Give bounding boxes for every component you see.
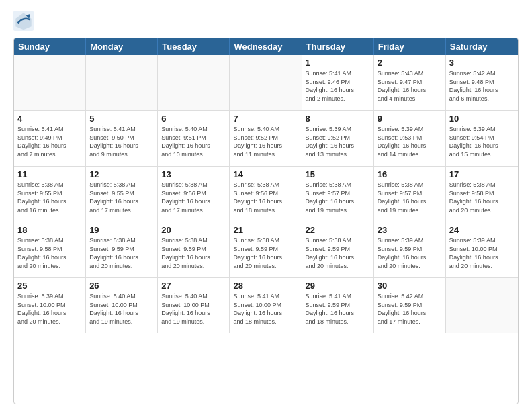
day-info: Sunrise: 5:40 AM Sunset: 9:51 PM Dayligh… xyxy=(161,125,226,158)
day-cell-21: 21Sunrise: 5:38 AM Sunset: 9:59 PM Dayli… xyxy=(230,222,302,277)
day-number: 27 xyxy=(161,281,226,291)
day-info: Sunrise: 5:38 AM Sunset: 9:59 PM Dayligh… xyxy=(161,236,226,270)
day-number: 8 xyxy=(306,113,370,124)
day-number: 12 xyxy=(89,169,154,179)
day-cell-14: 14Sunrise: 5:38 AM Sunset: 9:56 PM Dayli… xyxy=(230,167,302,222)
header-cell-monday: Monday xyxy=(86,38,158,55)
day-info: Sunrise: 5:38 AM Sunset: 9:58 PM Dayligh… xyxy=(17,236,82,270)
day-cell-24: 24Sunrise: 5:39 AM Sunset: 10:00 PM Dayl… xyxy=(446,222,518,277)
day-info: Sunrise: 5:39 AM Sunset: 10:00 PM Daylig… xyxy=(17,292,82,326)
calendar-row-1: 1Sunrise: 5:41 AM Sunset: 9:46 PM Daylig… xyxy=(14,55,518,111)
day-cell-15: 15Sunrise: 5:38 AM Sunset: 9:57 PM Dayli… xyxy=(302,167,374,222)
day-cell-7: 7Sunrise: 5:40 AM Sunset: 9:52 PM Daylig… xyxy=(230,111,302,166)
day-cell-5: 5Sunrise: 5:41 AM Sunset: 9:50 PM Daylig… xyxy=(86,111,158,166)
day-info: Sunrise: 5:40 AM Sunset: 9:52 PM Dayligh… xyxy=(233,125,298,158)
logo-icon xyxy=(13,11,34,31)
day-cell-3: 3Sunrise: 5:42 AM Sunset: 9:48 PM Daylig… xyxy=(446,55,518,110)
calendar-row-4: 18Sunrise: 5:38 AM Sunset: 9:58 PM Dayli… xyxy=(14,222,518,278)
day-number: 19 xyxy=(89,225,154,235)
day-info: Sunrise: 5:39 AM Sunset: 10:00 PM Daylig… xyxy=(449,236,515,270)
header-cell-friday: Friday xyxy=(374,38,446,55)
header xyxy=(13,11,519,31)
day-number: 29 xyxy=(306,281,370,291)
logo xyxy=(13,11,36,31)
day-number: 22 xyxy=(306,225,370,235)
day-cell-22: 22Sunrise: 5:38 AM Sunset: 9:59 PM Dayli… xyxy=(302,222,374,277)
day-info: Sunrise: 5:43 AM Sunset: 9:47 PM Dayligh… xyxy=(378,69,442,103)
calendar: SundayMondayTuesdayWednesdayThursdayFrid… xyxy=(13,38,519,404)
day-info: Sunrise: 5:38 AM Sunset: 9:59 PM Dayligh… xyxy=(89,236,154,270)
day-number: 26 xyxy=(89,281,154,291)
empty-cell xyxy=(158,55,230,110)
day-info: Sunrise: 5:38 AM Sunset: 9:58 PM Dayligh… xyxy=(449,181,515,214)
day-info: Sunrise: 5:39 AM Sunset: 9:59 PM Dayligh… xyxy=(378,236,442,270)
day-info: Sunrise: 5:39 AM Sunset: 9:54 PM Dayligh… xyxy=(449,125,515,158)
day-number: 7 xyxy=(233,113,298,124)
day-info: Sunrise: 5:41 AM Sunset: 9:49 PM Dayligh… xyxy=(17,125,82,158)
day-info: Sunrise: 5:38 AM Sunset: 9:56 PM Dayligh… xyxy=(233,181,298,214)
day-number: 18 xyxy=(17,225,82,235)
day-number: 20 xyxy=(161,225,226,235)
day-cell-23: 23Sunrise: 5:39 AM Sunset: 9:59 PM Dayli… xyxy=(374,222,446,277)
day-number: 25 xyxy=(17,281,82,291)
day-info: Sunrise: 5:40 AM Sunset: 10:00 PM Daylig… xyxy=(89,292,154,326)
day-info: Sunrise: 5:42 AM Sunset: 9:59 PM Dayligh… xyxy=(378,292,442,326)
header-cell-thursday: Thursday xyxy=(302,38,374,55)
day-number: 15 xyxy=(306,169,370,179)
day-cell-19: 19Sunrise: 5:38 AM Sunset: 9:59 PM Dayli… xyxy=(86,222,158,277)
calendar-row-5: 25Sunrise: 5:39 AM Sunset: 10:00 PM Dayl… xyxy=(14,278,518,333)
day-info: Sunrise: 5:38 AM Sunset: 9:59 PM Dayligh… xyxy=(233,236,298,270)
day-info: Sunrise: 5:38 AM Sunset: 9:57 PM Dayligh… xyxy=(378,181,442,214)
day-cell-11: 11Sunrise: 5:38 AM Sunset: 9:55 PM Dayli… xyxy=(14,167,86,222)
day-cell-6: 6Sunrise: 5:40 AM Sunset: 9:51 PM Daylig… xyxy=(158,111,230,166)
calendar-header: SundayMondayTuesdayWednesdayThursdayFrid… xyxy=(14,38,518,55)
day-info: Sunrise: 5:38 AM Sunset: 9:57 PM Dayligh… xyxy=(306,181,370,214)
header-cell-wednesday: Wednesday xyxy=(230,38,302,55)
day-info: Sunrise: 5:41 AM Sunset: 10:00 PM Daylig… xyxy=(233,292,298,326)
day-cell-4: 4Sunrise: 5:41 AM Sunset: 9:49 PM Daylig… xyxy=(14,111,86,166)
day-cell-13: 13Sunrise: 5:38 AM Sunset: 9:56 PM Dayli… xyxy=(158,167,230,222)
day-cell-20: 20Sunrise: 5:38 AM Sunset: 9:59 PM Dayli… xyxy=(158,222,230,277)
header-cell-tuesday: Tuesday xyxy=(158,38,230,55)
day-number: 30 xyxy=(378,281,442,291)
day-cell-18: 18Sunrise: 5:38 AM Sunset: 9:58 PM Dayli… xyxy=(14,222,86,277)
day-number: 28 xyxy=(233,281,298,291)
day-cell-25: 25Sunrise: 5:39 AM Sunset: 10:00 PM Dayl… xyxy=(14,278,86,333)
day-info: Sunrise: 5:40 AM Sunset: 10:00 PM Daylig… xyxy=(161,292,226,326)
day-info: Sunrise: 5:41 AM Sunset: 9:46 PM Dayligh… xyxy=(306,69,370,103)
day-number: 23 xyxy=(378,225,442,235)
header-cell-sunday: Sunday xyxy=(14,38,86,55)
day-cell-10: 10Sunrise: 5:39 AM Sunset: 9:54 PM Dayli… xyxy=(446,111,518,166)
day-cell-27: 27Sunrise: 5:40 AM Sunset: 10:00 PM Dayl… xyxy=(158,278,230,333)
empty-cell xyxy=(14,55,86,110)
day-number: 6 xyxy=(161,113,226,124)
day-number: 16 xyxy=(378,169,442,179)
day-cell-8: 8Sunrise: 5:39 AM Sunset: 9:52 PM Daylig… xyxy=(302,111,374,166)
day-info: Sunrise: 5:38 AM Sunset: 9:59 PM Dayligh… xyxy=(306,236,370,270)
day-info: Sunrise: 5:38 AM Sunset: 9:55 PM Dayligh… xyxy=(17,181,82,214)
day-info: Sunrise: 5:39 AM Sunset: 9:52 PM Dayligh… xyxy=(306,125,370,158)
empty-cell xyxy=(86,55,158,110)
day-cell-9: 9Sunrise: 5:39 AM Sunset: 9:53 PM Daylig… xyxy=(374,111,446,166)
page: SundayMondayTuesdayWednesdayThursdayFrid… xyxy=(0,0,532,411)
day-cell-17: 17Sunrise: 5:38 AM Sunset: 9:58 PM Dayli… xyxy=(446,167,518,222)
day-cell-1: 1Sunrise: 5:41 AM Sunset: 9:46 PM Daylig… xyxy=(302,55,374,110)
calendar-row-2: 4Sunrise: 5:41 AM Sunset: 9:49 PM Daylig… xyxy=(14,111,518,167)
day-number: 21 xyxy=(233,225,298,235)
day-number: 14 xyxy=(233,169,298,179)
day-cell-12: 12Sunrise: 5:38 AM Sunset: 9:55 PM Dayli… xyxy=(86,167,158,222)
calendar-row-3: 11Sunrise: 5:38 AM Sunset: 9:55 PM Dayli… xyxy=(14,167,518,222)
day-cell-26: 26Sunrise: 5:40 AM Sunset: 10:00 PM Dayl… xyxy=(86,278,158,333)
empty-cell xyxy=(446,278,518,333)
day-number: 1 xyxy=(306,58,370,68)
day-number: 9 xyxy=(378,113,442,124)
day-info: Sunrise: 5:38 AM Sunset: 9:55 PM Dayligh… xyxy=(89,181,154,214)
day-cell-29: 29Sunrise: 5:41 AM Sunset: 9:59 PM Dayli… xyxy=(302,278,374,333)
day-cell-16: 16Sunrise: 5:38 AM Sunset: 9:57 PM Dayli… xyxy=(374,167,446,222)
empty-cell xyxy=(230,55,302,110)
day-number: 24 xyxy=(449,225,515,235)
day-info: Sunrise: 5:41 AM Sunset: 9:50 PM Dayligh… xyxy=(89,125,154,158)
header-cell-saturday: Saturday xyxy=(446,38,518,55)
day-number: 2 xyxy=(378,58,442,68)
day-number: 4 xyxy=(17,113,82,124)
